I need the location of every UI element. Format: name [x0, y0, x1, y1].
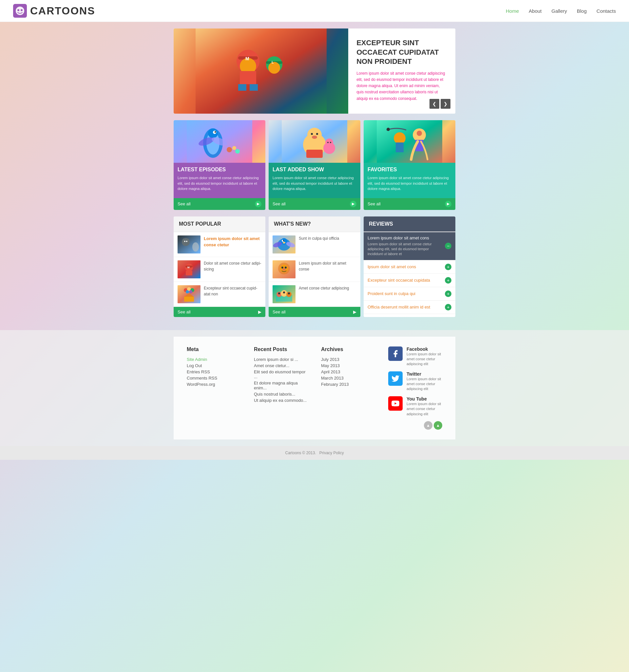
twitter-icon[interactable]	[388, 371, 403, 386]
panel-list-new: Sunt in culpa qui officia	[269, 232, 360, 307]
panel-reviews: REVIEWS Lorem ipsum dolor sit amet cons …	[364, 216, 456, 317]
footer-meta-logout[interactable]: Log Out	[187, 363, 241, 368]
feature-img-latest	[173, 120, 265, 163]
review-item-5[interactable]: Officia deserunt mollit anim id est +	[364, 301, 456, 314]
footer-meta-site-admin[interactable]: Site Admin	[187, 357, 241, 362]
svg-point-1	[17, 9, 19, 11]
bottom-panels: MOST POPULAR	[173, 216, 456, 317]
footer-post-2[interactable]: Amet onse ctetur...	[254, 363, 308, 368]
svg-point-89	[288, 292, 290, 294]
nav-home[interactable]: Home	[506, 8, 519, 14]
svg-point-52	[184, 241, 185, 242]
review-toggle-2[interactable]: +	[445, 264, 451, 270]
panel-header-reviews: REVIEWS	[364, 216, 456, 232]
feature-img-favorites	[364, 120, 456, 163]
nav-about[interactable]: About	[529, 8, 541, 14]
footer-meta-title: Meta	[187, 346, 241, 352]
facebook-icon[interactable]	[388, 346, 403, 361]
svg-rect-46	[396, 142, 404, 152]
new-text-2: Lorem ipsum dolor sit amet conse	[299, 260, 356, 272]
svg-point-80	[285, 267, 287, 268]
hero-next-button[interactable]: ❯	[441, 99, 450, 109]
popular-item-1: Lorem ipsum dolor sit amet conse ctetur	[173, 232, 265, 257]
see-all-arrow-popular: ▶	[258, 310, 261, 314]
svg-point-40	[330, 142, 331, 143]
feature-desc-favorites: Lorem ipsum dolor sit amet conse ctetur …	[368, 175, 451, 192]
footer-post-1[interactable]: Lorem ipsum dolor si ...	[254, 357, 308, 362]
social-youtube: You Tube Lorem ipsum dolor sit amet cons…	[388, 396, 442, 416]
see-all-latest[interactable]: See all ▶	[173, 198, 265, 210]
scroll-up-button[interactable]: ▲	[424, 421, 433, 430]
footer-post-4[interactable]: Et dolore magna aliqua enim...	[254, 381, 308, 390]
main-nav: Home About Gallery Blog Contacts	[506, 8, 616, 14]
svg-point-20	[215, 131, 216, 133]
see-all-popular[interactable]: See all ▶	[173, 307, 265, 317]
review-toggle-1[interactable]: −	[445, 243, 451, 249]
svg-point-24	[232, 146, 236, 150]
facebook-title: Facebook	[406, 346, 442, 352]
see-all-added[interactable]: See all ▶	[269, 198, 360, 210]
review-item-4[interactable]: Proident sunt in culpa qui +	[364, 287, 456, 301]
facebook-desc: Lorem ipsum dolor sit amet conse ctetur …	[406, 352, 442, 367]
new-text-3: Amet conse ctetur adipiscing	[299, 285, 349, 291]
feature-card-latest: LATEST EPISODES Lorem ipsum dolor sit am…	[173, 120, 265, 210]
svg-text:M: M	[246, 56, 249, 61]
footer-archive-1[interactable]: July 2013	[321, 357, 375, 362]
footer-post-3[interactable]: Elit sed do eiusmod tempor ...	[254, 369, 308, 379]
footer-archives-title: Archives	[321, 346, 375, 352]
popular-img-2: M	[178, 260, 201, 278]
footer-archive-3[interactable]: April 2013	[321, 369, 375, 374]
scroll-down-button[interactable]: ▲	[434, 421, 442, 430]
footer-archive-2[interactable]: May 2013	[321, 363, 375, 368]
footer-archive-4[interactable]: March 2013	[321, 376, 375, 381]
logo-text: CARTOONS	[30, 5, 95, 17]
hero-description: Lorem ipsum dolor sit amet conse ctetur …	[356, 70, 447, 102]
review-toggle-3[interactable]: +	[445, 277, 451, 284]
feature-img-added	[269, 120, 360, 163]
youtube-icon[interactable]	[388, 396, 403, 411]
footer-col-meta: Meta Site Admin Log Out Entries RSS Comm…	[187, 346, 241, 430]
review-title-5: Officia deserunt mollit anim id est	[368, 305, 445, 310]
feature-desc-added: Lorem ipsum dolor sit amet conse ctetur …	[273, 175, 356, 192]
svg-point-47	[387, 128, 390, 131]
review-item-3[interactable]: Excepteur sint occaecat cupidata +	[364, 274, 456, 287]
popular-img-1	[178, 236, 201, 254]
hero-prev-button[interactable]: ❮	[429, 99, 439, 109]
footer-post-5[interactable]: Quis nostrud laboris...	[254, 392, 308, 397]
see-all-new[interactable]: See all ▶	[269, 307, 360, 317]
review-item-1[interactable]: Lorem ipsum dolor sit amet cons Lorem ip…	[364, 232, 456, 260]
panel-whats-new: WHAT'S NEW?	[269, 216, 360, 317]
footer-meta-wordpress[interactable]: WordPress.org	[187, 382, 241, 387]
popular-item-3: Excepteur sint occaecat cupid-atat non	[173, 282, 265, 307]
nav-contacts[interactable]: Contacts	[597, 8, 616, 14]
popular-text-2: Dolor sit amet conse ctetur adipi-sicing	[204, 260, 261, 272]
footer-archive-5[interactable]: February 2013	[321, 382, 375, 387]
social-facebook: Facebook Lorem ipsum dolor sit amet cons…	[388, 346, 442, 367]
svg-point-39	[327, 142, 329, 143]
bottom-bar: Cartoons © 2013. Privacy Policy	[0, 446, 629, 460]
footer-post-6[interactable]: Ut aliquip ex ea commodo...	[254, 398, 308, 403]
see-all-arrow-added: ▶	[350, 201, 356, 207]
review-toggle-5[interactable]: +	[445, 304, 451, 310]
footer-meta-entries-rss[interactable]: Entries RSS	[187, 369, 241, 374]
review-toggle-4[interactable]: +	[445, 290, 451, 297]
see-all-arrow-latest: ▶	[255, 201, 261, 207]
nav-gallery[interactable]: Gallery	[551, 8, 567, 14]
footer-meta-comments-rss[interactable]: Comments RSS	[187, 376, 241, 381]
panel-list-popular: Lorem ipsum dolor sit amet conse ctetur …	[173, 232, 265, 307]
scroll-buttons: ▲ ▲	[388, 421, 442, 430]
svg-point-72	[283, 240, 284, 241]
popular-item-2: M Dolor sit amet conse ctetur adipi-sici…	[173, 257, 265, 282]
social-twitter: Twitter Lorem ipsum dolor sit amet conse…	[388, 371, 442, 392]
svg-point-18	[208, 128, 218, 138]
privacy-policy-link[interactable]: Privacy Policy	[320, 451, 344, 455]
feature-title-added: LAST ADDED SHOW	[273, 167, 356, 173]
new-img-2	[273, 260, 296, 278]
see-all-arrow-new: ▶	[353, 310, 356, 314]
review-item-2[interactable]: Ipsum dolor sit amet cons +	[364, 260, 456, 274]
see-all-favorites[interactable]: See all ▶	[364, 198, 456, 210]
nav-blog[interactable]: Blog	[577, 8, 587, 14]
svg-rect-66	[184, 297, 194, 302]
feature-body-added: LAST ADDED SHOW Lorem ipsum dolor sit am…	[269, 163, 360, 198]
youtube-title: You Tube	[406, 396, 442, 402]
